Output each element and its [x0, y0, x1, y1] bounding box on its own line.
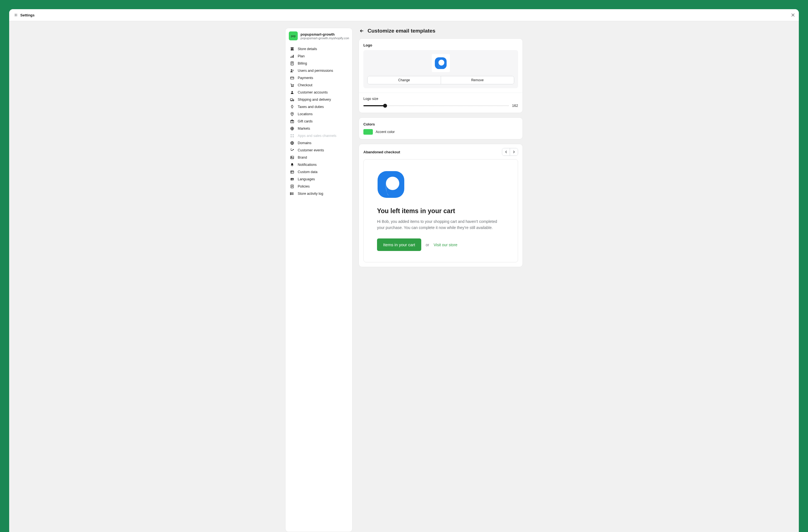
logo-size-label: Logo size — [363, 97, 378, 101]
sidebar-item-payments[interactable]: Payments — [287, 74, 351, 81]
sidebar-item-label: Notifications — [298, 163, 317, 167]
sidebar-item-users[interactable]: Users and permissions — [287, 67, 351, 74]
settings-nav: Store detailsPlanBillingUsers and permis… — [286, 44, 352, 200]
preview-card: Abandoned checkout You left items — [359, 144, 378, 249]
svg-point-8 — [291, 86, 292, 87]
sidebar-item-checkout[interactable]: Checkout — [287, 81, 351, 89]
email-preview: You left items in your cart Hi Bob, you … — [363, 159, 378, 249]
sidebar-item-label: Payments — [298, 76, 313, 80]
svg-point-30 — [290, 194, 291, 194]
svg-point-9 — [293, 86, 293, 87]
sidebar-item-gift[interactable]: Gift cards — [287, 118, 351, 125]
customer-icon — [290, 90, 294, 95]
preview-section-title: Abandoned checkout — [363, 150, 378, 154]
svg-point-31 — [290, 194, 291, 195]
svg-point-12 — [291, 100, 292, 101]
sidebar-item-label: Policies — [298, 184, 310, 188]
store-block[interactable]: pop popupsmart-growth popupsmart-growth.… — [286, 28, 352, 44]
svg-rect-2 — [292, 56, 292, 58]
settings-sidebar: pop popupsmart-growth popupsmart-growth.… — [285, 28, 352, 249]
sidebar-item-apps: Apps and sales channels — [287, 132, 351, 140]
sidebar-item-shipping[interactable]: Shipping and delivery — [287, 96, 351, 103]
svg-rect-23 — [291, 156, 294, 159]
sidebar-item-billing[interactable]: Billing — [287, 60, 351, 67]
svg-rect-11 — [291, 99, 293, 100]
svg-rect-1 — [291, 57, 291, 58]
sidebar-item-plan[interactable]: Plan — [287, 53, 351, 60]
email-logo — [377, 170, 378, 198]
sidebar-item-locations[interactable]: Locations — [287, 110, 351, 118]
svg-point-14 — [292, 113, 292, 114]
notifications-icon — [290, 163, 294, 167]
sidebar-item-taxes[interactable]: Taxes and duties — [287, 103, 351, 110]
sidebar-item-store[interactable]: Store details — [287, 45, 351, 53]
brand-icon — [290, 155, 294, 160]
svg-point-22 — [293, 149, 294, 150]
sidebar-item-label: Store activity log — [298, 192, 323, 196]
svg-point-10 — [292, 91, 293, 92]
sidebar-item-languages[interactable]: AあLanguages — [287, 176, 351, 183]
store-icon — [290, 47, 294, 51]
domains-icon — [290, 141, 294, 145]
markets-icon — [290, 126, 294, 131]
content: pop popupsmart-growth popupsmart-growth.… — [9, 21, 378, 249]
sidebar-item-label: Custom data — [298, 170, 317, 174]
sidebar-item-label: Store details — [298, 47, 317, 51]
accent-color-swatch[interactable] — [363, 129, 373, 135]
email-heading: You left items in your cart — [377, 207, 378, 215]
main: Customize email templates Logo Change Re… — [359, 28, 378, 249]
back-button[interactable] — [359, 28, 365, 34]
svg-rect-25 — [291, 171, 294, 173]
sidebar-item-label: Brand — [298, 155, 307, 160]
taxes-icon — [290, 105, 294, 109]
svg-rect-34 — [378, 171, 378, 198]
policies-icon — [290, 184, 294, 189]
modal-header: Settings — [9, 9, 378, 21]
sidebar-item-label: Domains — [298, 141, 311, 145]
sidebar-item-activity[interactable]: Store activity log — [287, 190, 351, 197]
sidebar-item-events[interactable]: Customer events — [287, 147, 351, 154]
svg-text:Aあ: Aあ — [291, 178, 294, 180]
sidebar-item-label: Taxes and duties — [298, 105, 324, 109]
gift-icon — [290, 119, 294, 124]
sidebar-item-label: Billing — [298, 61, 307, 66]
logo-size-slider[interactable] — [363, 104, 378, 108]
svg-rect-20 — [293, 136, 294, 137]
email-body: Hi Bob, you added items to your shopping… — [377, 219, 378, 231]
svg-point-6 — [292, 70, 294, 71]
sidebar-item-brand[interactable]: Brand — [287, 154, 351, 161]
languages-icon: Aあ — [290, 177, 294, 181]
sidebar-item-label: Languages — [298, 177, 315, 181]
sidebar-item-custom[interactable]: Custom data — [287, 168, 351, 176]
sidebar-item-notifications[interactable]: Notifications — [287, 161, 351, 168]
svg-point-0 — [15, 15, 16, 16]
store-domain: popupsmart-growth.myshopify.com — [300, 36, 349, 40]
sidebar-item-label: Checkout — [298, 83, 312, 87]
settings-modal: Settings pop popupsmart-growth popupsmar… — [9, 9, 378, 249]
page-title: Customize email templates — [368, 28, 378, 34]
users-icon — [290, 69, 294, 73]
svg-point-29 — [290, 192, 291, 193]
svg-rect-4 — [291, 62, 294, 65]
sidebar-item-domains[interactable]: Domains — [287, 140, 351, 147]
email-cta-button[interactable]: Items in your cart — [377, 238, 378, 249]
sidebar-item-label: Users and permissions — [298, 69, 333, 73]
locations-icon — [290, 112, 294, 116]
sidebar-item-label: Markets — [298, 127, 310, 130]
sidebar-item-label: Plan — [298, 54, 305, 58]
svg-point-13 — [293, 100, 294, 101]
modal-title: Settings — [20, 13, 35, 17]
logo-change-button[interactable]: Change — [368, 76, 378, 84]
plan-icon — [290, 54, 294, 58]
sidebar-item-customer[interactable]: Customer accounts — [287, 89, 351, 96]
sidebar-item-policies[interactable]: Policies — [287, 183, 351, 190]
logo-card: Logo Change Remove Logo — [359, 38, 378, 113]
sidebar-item-label: Shipping and delivery — [298, 98, 331, 102]
sidebar-item-markets[interactable]: Markets — [287, 125, 351, 132]
billing-icon — [290, 61, 294, 66]
gear-icon — [14, 13, 18, 17]
logo-button-group: Change Remove — [367, 76, 378, 84]
sidebar-item-label: Locations — [298, 112, 313, 116]
store-avatar: pop — [289, 32, 298, 40]
svg-rect-18 — [293, 134, 294, 135]
